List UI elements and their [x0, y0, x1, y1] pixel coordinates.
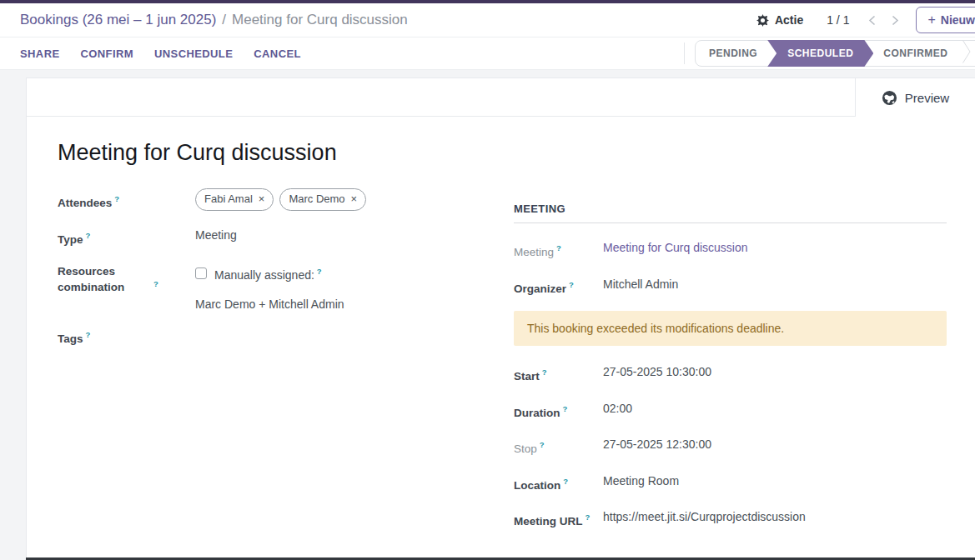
chevron-right-icon [892, 15, 899, 26]
attendee-tag-label: Fabi Amal [204, 191, 253, 207]
field-stop: Stop? 27-05-2025 12:30:00 [514, 437, 947, 457]
field-location: Location? Meeting Room [514, 473, 947, 493]
meeting-url-value[interactable]: https://meet.jit.si/Curqprojectdiscussio… [603, 509, 947, 529]
duration-value[interactable]: 02:00 [603, 401, 947, 421]
pager-previous-button[interactable] [862, 10, 881, 30]
location-value[interactable]: Meeting Room [603, 473, 947, 493]
tags-input[interactable] [195, 327, 484, 347]
action-button-share[interactable]: SHARE [20, 48, 60, 60]
attendees-input[interactable]: Fabi Amal×Marc Demo× [195, 188, 484, 211]
record-title[interactable]: Meeting for Curq discussion [58, 140, 947, 166]
sheet-toolbar: Preview [27, 78, 975, 117]
status-step-scheduled[interactable]: SCHEDULED [767, 40, 873, 67]
action-menu-button[interactable]: Actie [756, 13, 803, 27]
close-icon[interactable]: × [259, 191, 265, 207]
preview-button[interactable]: Preview [855, 78, 975, 117]
pager-next-button[interactable] [886, 10, 904, 30]
globe-icon [882, 90, 897, 106]
warning-banner: This booking exceeded its modifications … [514, 311, 947, 346]
stop-label: Stop? [514, 437, 603, 457]
status-step-cancelled[interactable]: CANCELLED [972, 41, 975, 66]
manually-assigned-label: Manually assigned:? [214, 263, 322, 283]
help-icon: ? [540, 440, 545, 449]
left-column: Attendees? Fabi Amal×Marc Demo× Type? Me… [58, 191, 484, 546]
breadcrumb-current: Meeting for Curq discussion [232, 12, 408, 28]
new-button-label: Nieuw [941, 13, 975, 27]
help-icon: ? [586, 512, 591, 522]
action-menu-label: Actie [775, 13, 803, 27]
field-tags: Tags? [58, 327, 484, 347]
field-duration: Duration? 02:00 [514, 401, 947, 421]
help-icon: ? [563, 477, 568, 486]
control-bar: SHARECONFIRMUNSCHEDULECANCEL PENDINGSCHE… [0, 38, 975, 70]
meeting-url-label: Meeting URL? [514, 509, 603, 529]
meeting-link[interactable]: Meeting for Curq discussion [603, 240, 947, 260]
action-button-cancel[interactable]: CANCEL [254, 48, 301, 60]
stop-value: 27-05-2025 12:30:00 [603, 437, 947, 457]
help-icon: ? [86, 231, 91, 240]
help-icon: ? [569, 280, 574, 289]
attendees-label: Attendees? [58, 191, 195, 211]
field-organizer: Organizer? Mitchell Admin [514, 277, 947, 297]
meeting-section-heading: MEETING [514, 202, 947, 223]
type-value[interactable]: Meeting [195, 228, 484, 248]
chevron-left-icon [868, 15, 876, 26]
start-label: Start? [514, 364, 603, 384]
action-button-unschedule[interactable]: UNSCHEDULE [154, 48, 233, 60]
manually-assigned-checkbox[interactable] [195, 268, 207, 279]
attendee-tag[interactable]: Marc Demo× [279, 188, 366, 211]
tags-label: Tags? [58, 327, 195, 347]
field-meeting-url: Meeting URL? https://meet.jit.si/Curqpro… [514, 509, 947, 529]
gear-icon [756, 14, 769, 27]
help-icon: ? [86, 330, 91, 339]
breadcrumb-bookings-link[interactable]: Bookings (26 mei – 1 jun 2025) [20, 12, 216, 28]
step-chevron-icon [962, 39, 972, 68]
field-start: Start? 27-05-2025 10:30:00 [514, 364, 947, 384]
breadcrumb-separator: / [222, 12, 226, 28]
preview-label: Preview [905, 91, 949, 105]
action-buttons: SHARECONFIRMUNSCHEDULECANCEL [20, 48, 322, 60]
help-icon: ? [542, 368, 547, 377]
organizer-value[interactable]: Mitchell Admin [603, 277, 947, 297]
field-meeting: Meeting? Meeting for Curq discussion [514, 240, 947, 260]
resources-combination-value: Manually assigned:? Marc Demo + Mitchell… [195, 263, 484, 312]
help-icon: ? [556, 243, 561, 252]
attendee-tag-label: Marc Demo [289, 191, 344, 207]
attendee-tag[interactable]: Fabi Amal× [195, 188, 274, 211]
breadcrumb-bar: Bookings (26 mei – 1 jun 2025) / Meeting… [0, 3, 975, 38]
manually-assigned-row: Manually assigned:? [195, 263, 484, 283]
resources-combination-name[interactable]: Marc Demo + Mitchell Admin [195, 297, 484, 312]
content-area: Preview Meeting for Curq discussion Atte… [0, 70, 975, 560]
pager-value: 1 / 1 [827, 13, 849, 27]
status-step-pending[interactable]: PENDING [696, 41, 771, 66]
start-value[interactable]: 27-05-2025 10:30:00 [603, 364, 947, 384]
resources-combination-label: Resources combination? [58, 263, 195, 312]
field-attendees: Attendees? Fabi Amal×Marc Demo× [58, 191, 484, 211]
statusbar: PENDINGSCHEDULEDCONFIRMEDCANCELLED [695, 40, 975, 67]
location-label: Location? [514, 473, 603, 493]
help-icon: ? [114, 194, 119, 203]
duration-label: Duration? [514, 401, 603, 421]
vertical-divider [684, 42, 685, 64]
header-actions: Actie 1 / 1 + Nieuw [756, 7, 975, 33]
status-step-confirmed[interactable]: CONFIRMED [870, 41, 961, 66]
help-icon: ? [317, 267, 322, 276]
organizer-label: Organizer? [514, 277, 603, 297]
field-resources-combination: Resources combination? Manually assigned… [58, 263, 484, 312]
right-column: MEETING Meeting? Meeting for Curq discus… [514, 191, 947, 546]
type-label: Type? [58, 228, 195, 248]
meeting-label: Meeting? [514, 240, 603, 260]
action-button-confirm[interactable]: CONFIRM [81, 48, 133, 60]
form-sheet: Preview Meeting for Curq discussion Atte… [26, 78, 975, 560]
new-button[interactable]: + Nieuw [916, 7, 975, 33]
close-icon[interactable]: × [351, 191, 358, 207]
field-type: Type? Meeting [58, 228, 484, 248]
help-icon: ? [563, 404, 568, 413]
form-body: Meeting for Curq discussion Attendees? F… [27, 117, 975, 546]
help-icon: ? [153, 279, 158, 288]
plus-icon: + [927, 13, 935, 27]
breadcrumb: Bookings (26 mei – 1 jun 2025) / Meeting… [20, 12, 408, 28]
